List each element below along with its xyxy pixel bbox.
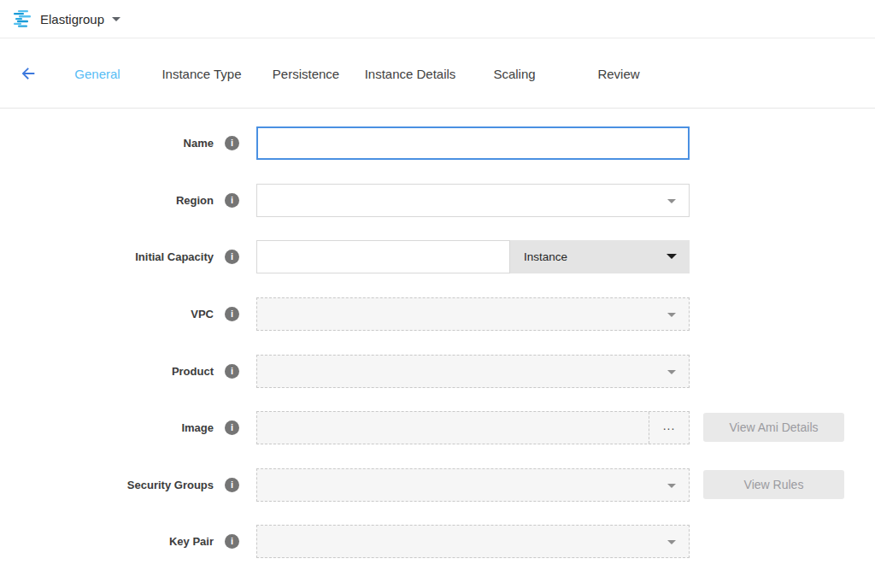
product-info-icon[interactable]: i [225,364,239,379]
name-input[interactable] [256,126,690,160]
key-pair-caret-down-icon [667,540,676,544]
initial-capacity-input[interactable] [256,240,510,273]
vpc-info-icon[interactable]: i [225,307,239,321]
product-select [256,355,690,388]
vpc-field-row: VPC i [0,297,875,331]
back-arrow-icon [19,64,38,83]
region-field-row: Region i [0,184,875,217]
initial-capacity-field-row: Initial Capacity i Instance [0,240,875,273]
name-field-row: Name i [0,126,875,160]
initial-capacity-label: Initial Capacity [0,240,214,273]
initial-capacity-info-icon[interactable]: i [225,250,239,264]
image-browse-button: ... [649,412,689,444]
brand-switcher[interactable]: Elastigroup [40,12,104,26]
security-groups-field-row: Security Groups i View Rules [0,468,875,502]
wizard-tabs: General Instance Type Persistence Instan… [45,67,671,81]
name-label: Name [0,126,214,160]
elastigroup-wizard-page: Elastigroup General Instance Type Persis… [0,0,875,588]
region-caret-down-icon [667,199,676,203]
tab-instance-type[interactable]: Instance Type [150,67,254,81]
image-label: Image [0,411,214,444]
region-info-icon[interactable]: i [225,193,239,208]
general-settings-form: Name i Region i Initial Capacity i Insta… [0,109,875,588]
wizard-tab-bar: General Instance Type Persistence Instan… [0,39,875,109]
product-caret-down-icon [667,370,676,374]
image-field-row: Image i ... View Ami Details [0,411,875,444]
tab-general[interactable]: General [45,67,150,81]
view-ami-details-button: View Ami Details [703,413,844,442]
product-label: Product [0,355,214,388]
brand-caret-down-icon[interactable] [112,17,120,21]
region-label: Region [0,184,214,217]
key-pair-label: Key Pair [0,525,214,558]
security-groups-select [256,468,690,502]
region-select[interactable] [256,184,690,217]
capacity-unit-value: Instance [524,240,567,273]
vpc-label: VPC [0,297,214,331]
product-field-row: Product i [0,355,875,388]
tab-scaling[interactable]: Scaling [462,67,567,81]
tab-instance-details[interactable]: Instance Details [358,67,462,81]
key-pair-select [256,525,690,558]
view-rules-button: View Rules [703,470,844,499]
tab-persistence[interactable]: Persistence [254,67,358,81]
vpc-select [256,297,690,331]
security-groups-label: Security Groups [0,468,214,502]
vpc-caret-down-icon [667,313,676,317]
elastigroup-logo-icon [12,9,32,29]
image-input: ... [256,411,690,444]
capacity-unit-select[interactable]: Instance [510,240,690,273]
key-pair-field-row: Key Pair i [0,525,875,558]
security-groups-info-icon[interactable]: i [225,478,239,492]
image-info-icon[interactable]: i [225,420,239,435]
tab-review[interactable]: Review [567,67,671,81]
capacity-unit-caret-down-icon [667,254,677,259]
key-pair-info-icon[interactable]: i [225,534,239,549]
back-arrow-button[interactable] [17,62,39,85]
top-bar: Elastigroup [0,0,875,38]
security-groups-caret-down-icon [667,484,676,488]
name-info-icon[interactable]: i [225,136,239,150]
